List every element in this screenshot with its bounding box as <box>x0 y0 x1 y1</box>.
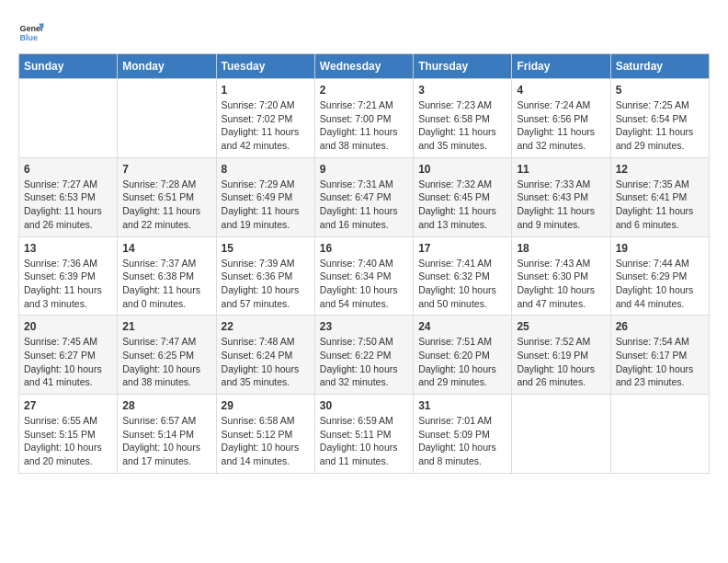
cell-line: Sunset: 6:24 PM <box>222 350 293 361</box>
calendar-week-row: 1Sunrise: 7:20 AMSunset: 7:02 PMDaylight… <box>19 79 710 158</box>
calendar-week-row: 27Sunrise: 6:55 AMSunset: 5:15 PMDayligh… <box>19 395 710 474</box>
cell-line: Daylight: 11 hours and 19 minutes. <box>222 205 300 230</box>
cell-line: Daylight: 10 hours and 50 minutes. <box>418 284 496 309</box>
calendar-header-row: SundayMondayTuesdayWednesdayThursdayFrid… <box>19 54 710 79</box>
cell-content: Sunrise: 6:55 AMSunset: 5:15 PMDaylight:… <box>24 414 112 468</box>
day-number: 12 <box>616 163 704 176</box>
calendar-cell <box>118 79 216 158</box>
cell-line: Daylight: 11 hours and 26 minutes. <box>24 205 102 230</box>
cell-line: Daylight: 10 hours and 32 minutes. <box>320 363 398 388</box>
cell-line: Daylight: 10 hours and 38 minutes. <box>122 363 200 388</box>
cell-line: Sunrise: 7:39 AM <box>222 258 295 269</box>
cell-content: Sunrise: 7:01 AMSunset: 5:09 PMDaylight:… <box>418 414 506 468</box>
day-number: 25 <box>517 320 605 333</box>
logo: General Blue <box>18 18 48 44</box>
calendar-cell: 20Sunrise: 7:45 AMSunset: 6:27 PMDayligh… <box>19 316 118 395</box>
cell-content: Sunrise: 7:50 AMSunset: 6:22 PMDaylight:… <box>320 335 408 389</box>
cell-content: Sunrise: 7:24 AMSunset: 6:56 PMDaylight:… <box>517 98 605 153</box>
cell-line: Sunrise: 7:35 AM <box>616 178 689 190</box>
day-number: 16 <box>320 242 408 255</box>
day-number: 7 <box>122 163 210 176</box>
cell-line: Sunrise: 7:36 AM <box>24 258 97 269</box>
cell-line: Sunset: 6:58 PM <box>418 113 490 124</box>
calendar-cell: 4Sunrise: 7:24 AMSunset: 6:56 PMDaylight… <box>512 79 610 158</box>
cell-content: Sunrise: 7:44 AMSunset: 6:29 PMDaylight:… <box>616 257 704 311</box>
cell-content: Sunrise: 7:23 AMSunset: 6:58 PMDaylight:… <box>418 98 506 153</box>
cell-line: Sunset: 6:20 PM <box>418 350 490 361</box>
cell-line: Daylight: 10 hours and 29 minutes. <box>418 363 496 388</box>
calendar-cell: 14Sunrise: 7:37 AMSunset: 6:38 PMDayligh… <box>118 236 216 316</box>
cell-line: Sunrise: 7:25 AM <box>616 99 689 110</box>
calendar-cell: 6Sunrise: 7:27 AMSunset: 6:53 PMDaylight… <box>19 157 118 236</box>
cell-content: Sunrise: 7:29 AMSunset: 6:49 PMDaylight:… <box>222 178 310 232</box>
cell-line: Daylight: 11 hours and 3 minutes. <box>24 284 102 309</box>
day-number: 27 <box>24 399 112 412</box>
day-number: 1 <box>222 84 310 97</box>
cell-content: Sunrise: 7:40 AMSunset: 6:34 PMDaylight:… <box>320 257 408 311</box>
cell-content: Sunrise: 7:39 AMSunset: 6:36 PMDaylight:… <box>222 257 310 311</box>
calendar-cell: 13Sunrise: 7:36 AMSunset: 6:39 PMDayligh… <box>19 236 118 316</box>
cell-line: Sunrise: 7:20 AM <box>222 99 295 110</box>
day-number: 19 <box>616 242 704 255</box>
cell-line: Sunrise: 7:31 AM <box>320 178 393 190</box>
cell-content: Sunrise: 7:48 AMSunset: 6:24 PMDaylight:… <box>222 335 310 389</box>
cell-line: Daylight: 11 hours and 42 minutes. <box>222 126 300 151</box>
cell-line: Daylight: 11 hours and 13 minutes. <box>418 205 496 230</box>
calendar-cell: 31Sunrise: 7:01 AMSunset: 5:09 PMDayligh… <box>414 395 512 474</box>
calendar-cell: 28Sunrise: 6:57 AMSunset: 5:14 PMDayligh… <box>118 395 216 474</box>
calendar-week-row: 20Sunrise: 7:45 AMSunset: 6:27 PMDayligh… <box>19 316 710 395</box>
cell-line: Sunrise: 6:57 AM <box>122 415 196 426</box>
cell-line: Sunset: 6:56 PM <box>517 113 588 124</box>
cell-line: Sunrise: 7:52 AM <box>517 336 590 347</box>
cell-line: Sunset: 6:30 PM <box>517 270 588 282</box>
cell-line: Sunrise: 7:29 AM <box>222 178 295 190</box>
cell-line: Sunrise: 7:24 AM <box>517 99 590 110</box>
day-number: 26 <box>616 320 704 333</box>
day-number: 11 <box>517 163 605 176</box>
calendar-cell: 2Sunrise: 7:21 AMSunset: 7:00 PMDaylight… <box>314 79 413 158</box>
cell-line: Daylight: 11 hours and 22 minutes. <box>122 205 200 230</box>
cell-line: Sunrise: 7:21 AM <box>320 99 393 110</box>
logo-icon: General Blue <box>18 18 44 44</box>
cell-line: Daylight: 10 hours and 47 minutes. <box>517 284 595 309</box>
cell-line: Sunset: 7:00 PM <box>320 113 392 124</box>
calendar-cell <box>512 395 610 474</box>
calendar-cell: 8Sunrise: 7:29 AMSunset: 6:49 PMDaylight… <box>216 157 314 236</box>
day-number: 5 <box>616 84 704 97</box>
calendar-cell: 3Sunrise: 7:23 AMSunset: 6:58 PMDaylight… <box>414 79 512 158</box>
cell-line: Sunset: 5:15 PM <box>24 429 96 440</box>
calendar-week-row: 13Sunrise: 7:36 AMSunset: 6:39 PMDayligh… <box>19 236 710 316</box>
day-header-saturday: Saturday <box>610 54 709 79</box>
cell-content: Sunrise: 7:27 AMSunset: 6:53 PMDaylight:… <box>24 178 112 232</box>
cell-content: Sunrise: 7:41 AMSunset: 6:32 PMDaylight:… <box>418 257 506 311</box>
day-number: 15 <box>222 242 310 255</box>
cell-line: Sunset: 5:09 PM <box>418 429 490 440</box>
cell-line: Sunrise: 7:50 AM <box>320 336 393 347</box>
day-header-monday: Monday <box>118 54 216 79</box>
day-number: 22 <box>222 320 310 333</box>
cell-line: Daylight: 10 hours and 26 minutes. <box>517 363 595 388</box>
cell-content: Sunrise: 7:52 AMSunset: 6:19 PMDaylight:… <box>517 335 605 389</box>
cell-content: Sunrise: 6:58 AMSunset: 5:12 PMDaylight:… <box>222 414 310 468</box>
cell-content: Sunrise: 7:36 AMSunset: 6:39 PMDaylight:… <box>24 257 112 311</box>
calendar-cell: 16Sunrise: 7:40 AMSunset: 6:34 PMDayligh… <box>314 236 413 316</box>
cell-line: Sunset: 6:25 PM <box>122 350 194 361</box>
day-number: 21 <box>122 320 210 333</box>
day-number: 23 <box>320 320 408 333</box>
cell-line: Daylight: 10 hours and 57 minutes. <box>222 284 300 309</box>
calendar-cell: 5Sunrise: 7:25 AMSunset: 6:54 PMDaylight… <box>610 79 709 158</box>
cell-line: Sunrise: 6:59 AM <box>320 415 393 426</box>
day-header-wednesday: Wednesday <box>314 54 413 79</box>
cell-line: Daylight: 11 hours and 9 minutes. <box>517 205 595 230</box>
cell-line: Sunset: 6:34 PM <box>320 270 392 282</box>
day-number: 4 <box>517 84 605 97</box>
cell-line: Daylight: 10 hours and 8 minutes. <box>418 442 496 466</box>
day-number: 6 <box>24 163 112 176</box>
cell-line: Daylight: 10 hours and 11 minutes. <box>320 442 398 466</box>
cell-line: Sunrise: 7:33 AM <box>517 178 590 190</box>
day-number: 9 <box>320 163 408 176</box>
cell-line: Sunrise: 7:45 AM <box>24 336 97 347</box>
cell-line: Sunset: 5:14 PM <box>122 429 194 440</box>
cell-line: Sunset: 6:39 PM <box>24 270 96 282</box>
day-number: 29 <box>222 399 310 412</box>
